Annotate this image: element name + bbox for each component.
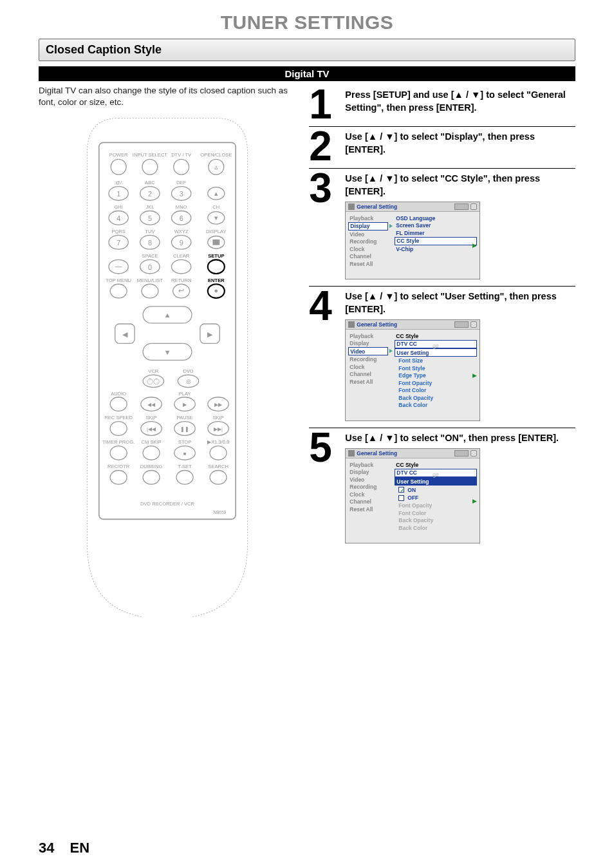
svg-text:4: 4: [116, 214, 120, 222]
svg-point-105: [210, 446, 227, 460]
svg-text:▼: ▼: [164, 348, 171, 356]
svg-point-80: [110, 397, 127, 411]
svg-text:CH: CH: [213, 205, 220, 211]
svg-text:GHI: GHI: [115, 205, 123, 211]
svg-point-7: [174, 160, 189, 175]
svg-text:PQRS: PQRS: [112, 229, 126, 235]
osd-left-menu: Playback Display Video Recording Clock C…: [348, 461, 388, 531]
intro-text: Digital TV can also change the style of …: [39, 85, 296, 115]
plus-icon: [470, 321, 477, 328]
svg-text:◀: ◀: [122, 330, 128, 338]
svg-text:0: 0: [148, 263, 152, 271]
svg-text:ABC: ABC: [145, 180, 155, 186]
svg-point-50: [172, 260, 191, 274]
svg-text:CLEAR: CLEAR: [173, 254, 190, 259]
svg-text:TUV: TUV: [145, 229, 155, 235]
svg-point-103: [143, 446, 160, 460]
svg-text:PAUSE: PAUSE: [177, 415, 193, 421]
svg-text:9: 9: [180, 239, 183, 247]
svg-text:.@/:: .@/:: [114, 180, 123, 186]
osd-step3: General Setting Playback Display Video R…: [345, 202, 480, 279]
svg-text:▶: ▶: [183, 402, 187, 408]
svg-text:REC/OTR: REC/OTR: [107, 464, 130, 470]
step-number: 5: [309, 432, 340, 544]
svg-text:▴: ▴: [214, 189, 218, 197]
step-text: Use [▲ / ▼] to select "CC Style", then p…: [345, 173, 575, 198]
svg-point-58: [110, 285, 127, 299]
svg-point-91: [110, 422, 127, 436]
svg-text:5: 5: [148, 214, 152, 222]
svg-text:MENU/LIST: MENU/LIST: [137, 278, 163, 283]
svg-text:8: 8: [148, 239, 152, 247]
step-number: 3: [309, 173, 340, 279]
svg-point-114: [210, 471, 227, 485]
step-4: 4 Use [▲ / ▼] to select "User Setting", …: [309, 287, 575, 428]
svg-text:RETURN: RETURN: [171, 278, 192, 283]
osd-step5: General Setting Playback Display Video R…: [345, 448, 480, 543]
svg-text:❚❚: ❚❚: [180, 426, 189, 432]
svg-text:SETUP: SETUP: [208, 254, 224, 259]
arrow-right-icon: ▶: [472, 498, 477, 504]
wrench-icon: [348, 450, 355, 457]
step-text: Use [▲ / ▼] to select "ON", then press […: [345, 432, 575, 445]
svg-text:◀◀: ◀◀: [147, 402, 156, 408]
svg-text:CM SKIP: CM SKIP: [142, 440, 162, 446]
svg-text:DTV / TV: DTV / TV: [171, 152, 192, 158]
svg-text:▶: ▶: [207, 330, 213, 338]
page-title: TUNER SETTINGS: [39, 12, 575, 33]
ghost-text: ge: [433, 343, 438, 349]
plus-icon: [470, 203, 477, 210]
svg-text:▵: ▵: [214, 163, 218, 171]
osd-title: General Setting: [357, 450, 452, 457]
osd-step4: General Setting Playback Display Video R…: [345, 319, 480, 421]
arrow-right-icon: ▶: [472, 242, 477, 249]
wrench-icon: [348, 203, 355, 210]
step-3: 3 Use [▲ / ▼] to select "CC Style", then…: [309, 169, 575, 287]
svg-text:REC SPEED: REC SPEED: [104, 415, 133, 421]
svg-text:SPACE: SPACE: [142, 254, 158, 259]
svg-point-6: [142, 160, 158, 175]
svg-text:DISPLAY: DISPLAY: [206, 229, 226, 235]
svg-text:DUBBING: DUBBING: [140, 464, 163, 470]
svg-text:▶X1.3/0.8: ▶X1.3/0.8: [207, 440, 229, 446]
svg-text:ENTER: ENTER: [208, 278, 225, 283]
step-text: Press [SETUP] and use [▲ / ▼] to select …: [345, 89, 575, 114]
svg-rect-44: [213, 240, 220, 245]
plus-icon: [470, 450, 477, 457]
step-text: Use [▲ / ▼] to select "User Setting", th…: [345, 290, 575, 316]
svg-point-112: [143, 471, 160, 485]
svg-text:▲: ▲: [164, 312, 171, 319]
subheader-bar: Digital TV: [39, 66, 575, 81]
svg-text:◯◯: ◯◯: [147, 379, 160, 386]
svg-text:◎: ◎: [186, 379, 191, 385]
svg-text:POWER: POWER: [109, 152, 128, 158]
svg-text:6: 6: [180, 214, 183, 222]
svg-text:OPEN/CLOSE: OPEN/CLOSE: [200, 152, 232, 158]
svg-text:DEF: DEF: [176, 180, 187, 186]
svg-text:INPUT SELECT: INPUT SELECT: [133, 152, 168, 158]
svg-text:STOP: STOP: [178, 440, 192, 446]
svg-text:●: ●: [214, 287, 219, 295]
svg-text:1: 1: [116, 190, 120, 198]
ghost-text: ge: [433, 471, 438, 478]
step-text: Use [▲ / ▼] to select "Display", then pr…: [345, 131, 575, 156]
step-2: 2 Use [▲ / ▼] to select "Display", then …: [309, 127, 575, 169]
page-footer: 34 EN: [39, 840, 89, 856]
svg-text:DVD RECORDER / VCR: DVD RECORDER / VCR: [140, 501, 194, 507]
svg-text:▾: ▾: [214, 214, 218, 222]
svg-text:—: —: [115, 263, 122, 270]
osd-left-menu: Playback Display Video Recording Clock C…: [348, 332, 388, 409]
svg-text:▶▶: ▶▶: [214, 402, 223, 408]
svg-text:VCR: VCR: [148, 368, 159, 374]
step-5: 5 Use [▲ / ▼] to select "ON", then press…: [309, 428, 575, 551]
svg-text:WXYZ: WXYZ: [174, 229, 189, 235]
disc-icon: [454, 450, 469, 457]
svg-text:3: 3: [180, 190, 183, 198]
page-lang: EN: [70, 840, 90, 856]
svg-text:7: 7: [116, 239, 120, 247]
svg-text:DVD: DVD: [183, 368, 194, 374]
osd-left-menu: Playback Display Video Recording Clock C…: [348, 214, 388, 267]
svg-text:TOP MENU: TOP MENU: [106, 278, 131, 283]
svg-text:SKIP: SKIP: [146, 415, 157, 421]
svg-text:T-SET: T-SET: [178, 464, 192, 470]
